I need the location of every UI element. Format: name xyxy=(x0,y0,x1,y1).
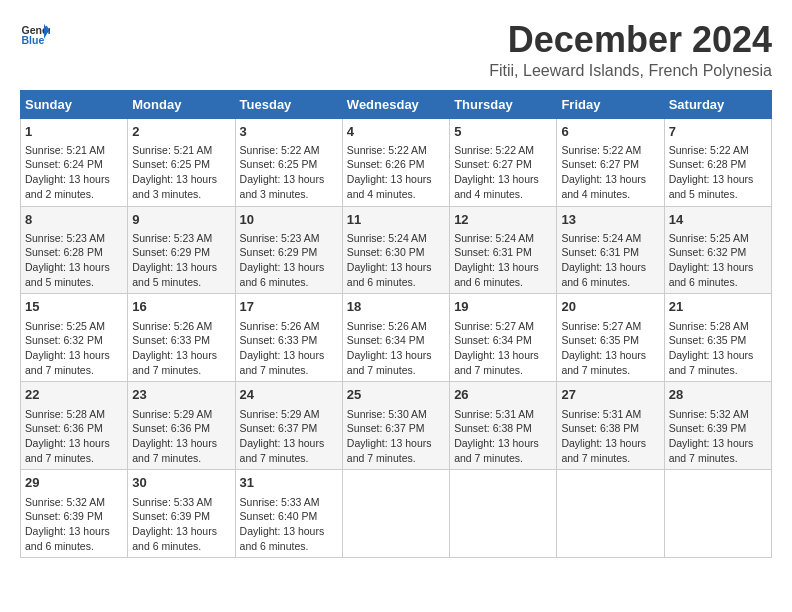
calendar-cell: 16 Sunrise: 5:26 AM Sunset: 6:33 PM Dayl… xyxy=(128,294,235,382)
sunrise-text: Sunrise: 5:28 AM xyxy=(669,320,749,332)
day-number: 3 xyxy=(240,123,338,141)
sunrise-text: Sunrise: 5:24 AM xyxy=(347,232,427,244)
calendar-cell: 24 Sunrise: 5:29 AM Sunset: 6:37 PM Dayl… xyxy=(235,382,342,470)
sunrise-text: Sunrise: 5:28 AM xyxy=(25,408,105,420)
sunset-text: Sunset: 6:37 PM xyxy=(240,422,318,434)
sunrise-text: Sunrise: 5:24 AM xyxy=(561,232,641,244)
day-number: 14 xyxy=(669,211,767,229)
sunset-text: Sunset: 6:37 PM xyxy=(347,422,425,434)
sunset-text: Sunset: 6:35 PM xyxy=(561,334,639,346)
day-number: 22 xyxy=(25,386,123,404)
daylight-text: Daylight: 13 hours and 6 minutes. xyxy=(25,525,110,552)
day-number: 4 xyxy=(347,123,445,141)
sunrise-text: Sunrise: 5:22 AM xyxy=(561,144,641,156)
calendar-cell: 27 Sunrise: 5:31 AM Sunset: 6:38 PM Dayl… xyxy=(557,382,664,470)
calendar-cell: 30 Sunrise: 5:33 AM Sunset: 6:39 PM Dayl… xyxy=(128,470,235,558)
daylight-text: Daylight: 13 hours and 6 minutes. xyxy=(240,525,325,552)
day-number: 5 xyxy=(454,123,552,141)
main-title: December 2024 xyxy=(489,20,772,60)
day-number: 26 xyxy=(454,386,552,404)
day-number: 17 xyxy=(240,298,338,316)
day-number: 13 xyxy=(561,211,659,229)
calendar-cell xyxy=(557,470,664,558)
day-number: 27 xyxy=(561,386,659,404)
day-number: 16 xyxy=(132,298,230,316)
sunset-text: Sunset: 6:40 PM xyxy=(240,510,318,522)
calendar-cell: 4 Sunrise: 5:22 AM Sunset: 6:26 PM Dayli… xyxy=(342,118,449,206)
day-number: 30 xyxy=(132,474,230,492)
daylight-text: Daylight: 13 hours and 7 minutes. xyxy=(454,437,539,464)
sunrise-text: Sunrise: 5:26 AM xyxy=(132,320,212,332)
sub-title: Fitii, Leeward Islands, French Polynesia xyxy=(489,62,772,80)
day-number: 7 xyxy=(669,123,767,141)
calendar-cell: 28 Sunrise: 5:32 AM Sunset: 6:39 PM Dayl… xyxy=(664,382,771,470)
daylight-text: Daylight: 13 hours and 6 minutes. xyxy=(347,261,432,288)
day-number: 24 xyxy=(240,386,338,404)
sunset-text: Sunset: 6:33 PM xyxy=(240,334,318,346)
sunrise-text: Sunrise: 5:23 AM xyxy=(240,232,320,244)
calendar-week-1: 1 Sunrise: 5:21 AM Sunset: 6:24 PM Dayli… xyxy=(21,118,772,206)
sunrise-text: Sunrise: 5:26 AM xyxy=(347,320,427,332)
daylight-text: Daylight: 13 hours and 7 minutes. xyxy=(347,349,432,376)
sunset-text: Sunset: 6:29 PM xyxy=(132,246,210,258)
sunset-text: Sunset: 6:38 PM xyxy=(561,422,639,434)
sunrise-text: Sunrise: 5:33 AM xyxy=(240,496,320,508)
sunset-text: Sunset: 6:32 PM xyxy=(669,246,747,258)
day-number: 31 xyxy=(240,474,338,492)
sunset-text: Sunset: 6:39 PM xyxy=(669,422,747,434)
sunset-text: Sunset: 6:33 PM xyxy=(132,334,210,346)
sunrise-text: Sunrise: 5:22 AM xyxy=(454,144,534,156)
sunset-text: Sunset: 6:31 PM xyxy=(454,246,532,258)
calendar-cell: 13 Sunrise: 5:24 AM Sunset: 6:31 PM Dayl… xyxy=(557,206,664,294)
daylight-text: Daylight: 13 hours and 4 minutes. xyxy=(561,173,646,200)
sunrise-text: Sunrise: 5:29 AM xyxy=(132,408,212,420)
calendar-cell: 5 Sunrise: 5:22 AM Sunset: 6:27 PM Dayli… xyxy=(450,118,557,206)
day-number: 29 xyxy=(25,474,123,492)
sunrise-text: Sunrise: 5:22 AM xyxy=(240,144,320,156)
header: General Blue December 2024 Fitii, Leewar… xyxy=(20,20,772,80)
sunrise-text: Sunrise: 5:25 AM xyxy=(25,320,105,332)
day-number: 6 xyxy=(561,123,659,141)
daylight-text: Daylight: 13 hours and 3 minutes. xyxy=(240,173,325,200)
header-wednesday: Wednesday xyxy=(342,90,449,118)
daylight-text: Daylight: 13 hours and 7 minutes. xyxy=(132,437,217,464)
sunset-text: Sunset: 6:24 PM xyxy=(25,158,103,170)
daylight-text: Daylight: 13 hours and 2 minutes. xyxy=(25,173,110,200)
calendar-cell: 10 Sunrise: 5:23 AM Sunset: 6:29 PM Dayl… xyxy=(235,206,342,294)
daylight-text: Daylight: 13 hours and 6 minutes. xyxy=(240,261,325,288)
day-number: 12 xyxy=(454,211,552,229)
calendar-cell: 15 Sunrise: 5:25 AM Sunset: 6:32 PM Dayl… xyxy=(21,294,128,382)
sunset-text: Sunset: 6:35 PM xyxy=(669,334,747,346)
daylight-text: Daylight: 13 hours and 7 minutes. xyxy=(240,437,325,464)
daylight-text: Daylight: 13 hours and 5 minutes. xyxy=(669,173,754,200)
sunrise-text: Sunrise: 5:26 AM xyxy=(240,320,320,332)
sunset-text: Sunset: 6:34 PM xyxy=(454,334,532,346)
calendar-cell: 11 Sunrise: 5:24 AM Sunset: 6:30 PM Dayl… xyxy=(342,206,449,294)
daylight-text: Daylight: 13 hours and 6 minutes. xyxy=(669,261,754,288)
sunrise-text: Sunrise: 5:32 AM xyxy=(669,408,749,420)
sunset-text: Sunset: 6:34 PM xyxy=(347,334,425,346)
calendar-cell: 23 Sunrise: 5:29 AM Sunset: 6:36 PM Dayl… xyxy=(128,382,235,470)
header-thursday: Thursday xyxy=(450,90,557,118)
sunrise-text: Sunrise: 5:22 AM xyxy=(669,144,749,156)
title-area: December 2024 Fitii, Leeward Islands, Fr… xyxy=(489,20,772,80)
daylight-text: Daylight: 13 hours and 6 minutes. xyxy=(454,261,539,288)
daylight-text: Daylight: 13 hours and 4 minutes. xyxy=(347,173,432,200)
calendar-cell: 29 Sunrise: 5:32 AM Sunset: 6:39 PM Dayl… xyxy=(21,470,128,558)
sunrise-text: Sunrise: 5:27 AM xyxy=(454,320,534,332)
svg-text:Blue: Blue xyxy=(22,34,45,46)
calendar-week-2: 8 Sunrise: 5:23 AM Sunset: 6:28 PM Dayli… xyxy=(21,206,772,294)
sunset-text: Sunset: 6:38 PM xyxy=(454,422,532,434)
calendar-cell: 25 Sunrise: 5:30 AM Sunset: 6:37 PM Dayl… xyxy=(342,382,449,470)
header-monday: Monday xyxy=(128,90,235,118)
calendar-cell: 20 Sunrise: 5:27 AM Sunset: 6:35 PM Dayl… xyxy=(557,294,664,382)
sunset-text: Sunset: 6:36 PM xyxy=(132,422,210,434)
daylight-text: Daylight: 13 hours and 7 minutes. xyxy=(347,437,432,464)
calendar-cell: 18 Sunrise: 5:26 AM Sunset: 6:34 PM Dayl… xyxy=(342,294,449,382)
day-number: 10 xyxy=(240,211,338,229)
sunrise-text: Sunrise: 5:22 AM xyxy=(347,144,427,156)
header-sunday: Sunday xyxy=(21,90,128,118)
sunset-text: Sunset: 6:25 PM xyxy=(240,158,318,170)
sunset-text: Sunset: 6:27 PM xyxy=(561,158,639,170)
sunset-text: Sunset: 6:28 PM xyxy=(25,246,103,258)
